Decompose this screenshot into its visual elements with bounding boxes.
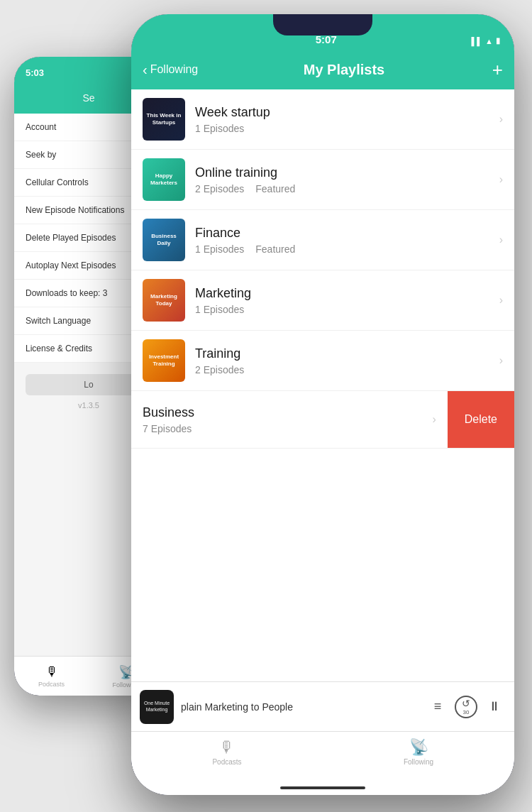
tab-podcasts[interactable]: 🎙 Podcasts bbox=[131, 738, 323, 766]
back-version: v1.3.5 bbox=[78, 401, 99, 410]
playlist-meta: 7 Episodes bbox=[143, 423, 432, 434]
playlist-item-finance[interactable]: BusinessDaily Finance 1 Episodes Feature… bbox=[131, 210, 514, 270]
playlist-meta: 1 Episodes Featured bbox=[195, 243, 499, 255]
chevron-right-icon: › bbox=[499, 354, 503, 367]
tab-bar: 🎙 Podcasts 📡 Following bbox=[131, 731, 514, 781]
playlist-info-finance: Finance 1 Episodes Featured bbox=[195, 226, 499, 255]
playlist-item-training[interactable]: InvestmentTraining Training 2 Episodes › bbox=[131, 331, 514, 391]
nav-back-button[interactable]: ‹ Following bbox=[143, 62, 214, 78]
battery-icon: ▮ bbox=[496, 36, 500, 45]
wifi-icon: ▲ bbox=[485, 37, 493, 45]
playlist-item-marketing[interactable]: MarketingToday Marketing 1 Episodes › bbox=[131, 270, 514, 331]
playlist-item-business[interactable]: Business 7 Episodes › bbox=[131, 394, 448, 446]
playlist-info-online-training: Online training 2 Episodes Featured bbox=[195, 165, 499, 194]
player-title: plain Marketing to People bbox=[181, 701, 419, 713]
delete-button[interactable]: Delete bbox=[448, 391, 514, 448]
playlist-item-online-training[interactable]: HappyMarketers Online training 2 Episode… bbox=[131, 150, 514, 210]
playlist-meta: 2 Episodes bbox=[195, 364, 499, 375]
nav-title: My Playlists bbox=[214, 62, 475, 78]
playlist-item-week-startup[interactable]: This Week inStartups Week startup 1 Epis… bbox=[131, 89, 514, 150]
episode-count: 1 Episodes bbox=[195, 243, 244, 255]
home-bar bbox=[280, 786, 365, 789]
playlist-name: Business bbox=[143, 405, 432, 420]
playlist-list: This Week inStartups Week startup 1 Epis… bbox=[131, 89, 514, 681]
player-menu-button[interactable]: ≡ bbox=[426, 696, 449, 718]
chevron-right-icon: › bbox=[432, 413, 436, 426]
home-indicator bbox=[131, 781, 514, 795]
episode-count: 2 Episodes bbox=[195, 364, 244, 375]
chevron-left-icon: ‹ bbox=[143, 62, 148, 78]
chevron-right-icon: › bbox=[499, 173, 503, 186]
tab-following-label: Following bbox=[404, 758, 433, 766]
nav-back-label: Following bbox=[150, 63, 199, 76]
featured-badge: Featured bbox=[255, 243, 295, 255]
playlist-thumb-label: InvestmentTraining bbox=[148, 352, 180, 368]
playlist-thumb-online-training: HappyMarketers bbox=[143, 158, 185, 201]
playlist-thumb-label: BusinessDaily bbox=[150, 231, 178, 248]
playlist-name: Training bbox=[195, 346, 499, 361]
playlist-info-marketing: Marketing 1 Episodes bbox=[195, 286, 499, 315]
add-playlist-button[interactable]: + bbox=[475, 59, 503, 81]
player-skip-button[interactable]: ↺ 30 bbox=[455, 696, 477, 718]
playlist-name: Online training bbox=[195, 165, 499, 180]
playlist-meta: 1 Episodes bbox=[195, 304, 499, 315]
nav-header: ‹ Following My Playlists + bbox=[131, 50, 514, 89]
playlist-info-training: Training 2 Episodes bbox=[195, 346, 499, 375]
playlist-thumb-week-startup: This Week inStartups bbox=[143, 98, 185, 141]
front-phone: 5:07 ▌▌ ▲ ▮ ‹ Following My Playlists + bbox=[131, 14, 514, 795]
episode-count: 2 Episodes bbox=[195, 183, 244, 194]
following-icon: 📡 bbox=[409, 738, 428, 757]
status-icons: ▌▌ ▲ ▮ bbox=[472, 36, 500, 45]
playlist-meta: 2 Episodes Featured bbox=[195, 183, 499, 194]
episode-count: 1 Episodes bbox=[195, 123, 244, 134]
player-thumb-label: One MinuteMarketing bbox=[143, 699, 171, 714]
chevron-right-icon: › bbox=[499, 113, 503, 126]
playlist-info-week-startup: Week startup 1 Episodes bbox=[195, 105, 499, 134]
playlist-thumb-training: InvestmentTraining bbox=[143, 339, 185, 382]
playlist-name: Finance bbox=[195, 226, 499, 241]
notch bbox=[273, 14, 372, 35]
player-pause-button[interactable]: ⏸ bbox=[483, 696, 506, 718]
featured-badge: Featured bbox=[255, 183, 295, 194]
playlist-thumb-marketing: MarketingToday bbox=[143, 279, 185, 322]
episode-count: 1 Episodes bbox=[195, 304, 244, 315]
bottom-player: One MinuteMarketing plain Marketing to P… bbox=[131, 681, 514, 731]
playlist-name: Marketing bbox=[195, 286, 499, 301]
episode-count: 7 Episodes bbox=[143, 423, 192, 434]
podcasts-icon: 🎙 bbox=[219, 738, 235, 757]
playlist-thumb-label: MarketingToday bbox=[149, 292, 179, 308]
playlist-thumb-label: This Week inStartups bbox=[145, 111, 183, 127]
tab-podcasts-label: Podcasts bbox=[212, 758, 241, 766]
playlist-meta: 1 Episodes bbox=[195, 123, 499, 134]
playlist-info-business: Business 7 Episodes bbox=[143, 405, 432, 434]
back-tab-podcasts[interactable]: 🎙 Podcasts bbox=[14, 664, 89, 688]
playlist-item-business-swipe: Business 7 Episodes › Delete bbox=[131, 391, 514, 449]
player-controls: ≡ ↺ 30 ⏸ bbox=[426, 696, 506, 718]
chevron-right-icon: › bbox=[499, 294, 503, 307]
playlist-thumb-label: HappyMarketers bbox=[149, 171, 179, 187]
back-time: 5:03 bbox=[26, 67, 44, 78]
signal-icon: ▌▌ bbox=[472, 37, 483, 45]
chevron-right-icon: › bbox=[499, 234, 503, 246]
playlist-name: Week startup bbox=[195, 105, 499, 120]
player-thumbnail: One MinuteMarketing bbox=[140, 690, 174, 724]
playlist-thumb-finance: BusinessDaily bbox=[143, 219, 185, 261]
tab-following[interactable]: 📡 Following bbox=[323, 738, 514, 766]
